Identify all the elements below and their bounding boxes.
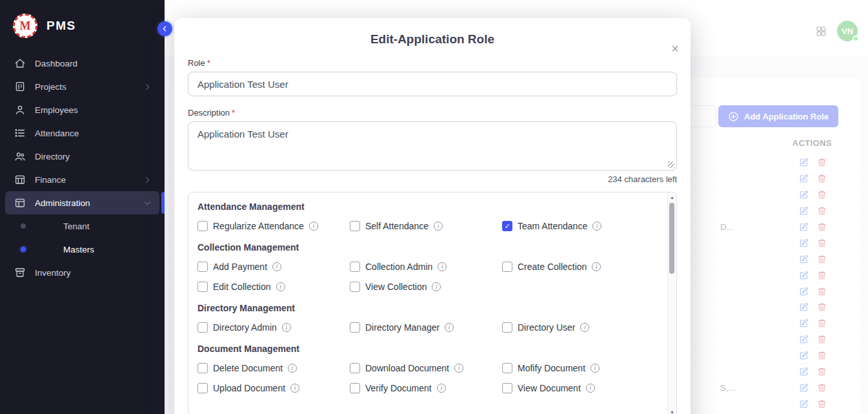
sidebar-item-directory[interactable]: Directory (5, 145, 159, 168)
info-icon: i (290, 384, 299, 393)
app-root: M PMS DashboardProjectsEmployeesAttendan… (0, 0, 868, 414)
info-icon: i (434, 222, 443, 231)
permission-label: Regularize Attendance (213, 221, 304, 231)
permission-grid: Directory AdminiDirectory ManageriDirect… (197, 322, 654, 333)
permission-grid: Delete DocumentiDownload DocumentiMofify… (197, 362, 654, 394)
checkbox-icon[interactable] (197, 262, 208, 272)
sidebar: M PMS DashboardProjectsEmployeesAttendan… (0, 0, 165, 414)
role-label: Role* (188, 58, 677, 68)
info-icon: i (272, 262, 281, 271)
info-icon: i (586, 384, 595, 393)
checkbox-icon[interactable] (502, 322, 512, 333)
checkbox-icon[interactable] (350, 282, 360, 292)
permission-verify-document[interactable]: Verify Documenti (350, 382, 502, 394)
sidebar-item-label: Projects (35, 82, 66, 92)
permission-label: Download Document (365, 363, 449, 373)
chevron-left-icon (161, 25, 169, 33)
scroll-up-icon[interactable]: ▲ (668, 195, 676, 200)
permission-view-collection[interactable]: View Collectioni (350, 281, 502, 293)
permission-label: Create Collection (518, 262, 587, 272)
permission-directory-admin[interactable]: Directory Admini (197, 322, 350, 333)
checkbox-icon[interactable] (197, 363, 208, 373)
sidebar-item-administration[interactable]: Administration (5, 191, 159, 214)
permissions-list: Attendance ManagementRegularize Attendan… (197, 202, 654, 394)
description-label-text: Description (188, 108, 230, 118)
sidebar-item-label: Employees (35, 105, 78, 115)
sidebar-item-attendance[interactable]: Attendance (5, 121, 159, 145)
checkbox-icon[interactable] (197, 383, 208, 393)
info-icon: i (590, 364, 600, 373)
checkbox-icon[interactable] (502, 383, 512, 393)
sidebar-item-tenant[interactable]: Tenant (5, 214, 159, 238)
chevron-right-icon (143, 176, 152, 184)
sidebar-item-masters[interactable]: Masters (5, 238, 159, 261)
section-title-document-management: Document Management (197, 344, 654, 354)
description-label: Description* (188, 108, 677, 118)
section-title-directory-management: Directory Management (197, 303, 654, 313)
permission-label: Directory Admin (213, 322, 277, 333)
permission-label: Add Payment (213, 262, 267, 272)
permission-add-payment[interactable]: Add Paymenti (197, 261, 350, 273)
permission-view-document[interactable]: View Documenti (502, 382, 654, 394)
permission-mofify-document[interactable]: Mofify Documenti (502, 362, 654, 374)
permission-label: Delete Document (213, 363, 283, 373)
bullet-icon (21, 223, 26, 229)
sidebar-item-inventory[interactable]: Inventory (5, 261, 159, 284)
role-input[interactable] (188, 72, 677, 96)
sidebar-item-finance[interactable]: Finance (5, 168, 159, 191)
resize-grip-icon[interactable] (668, 161, 674, 168)
info-icon: i (437, 384, 446, 393)
permission-download-document[interactable]: Download Documenti (350, 362, 502, 374)
permission-delete-document[interactable]: Delete Documenti (197, 362, 350, 374)
scroll-down-icon[interactable]: ▼ (668, 410, 676, 414)
permission-regularize-attendance[interactable]: Regularize Attendancei (197, 220, 350, 232)
permission-edit-collection[interactable]: Edit Collectioni (197, 281, 350, 293)
checkbox-icon[interactable] (350, 262, 360, 272)
permissions-box: Attendance ManagementRegularize Attendan… (188, 192, 677, 414)
scrollbar[interactable]: ▲ ▼ (667, 193, 676, 414)
checkbox-icon[interactable] (502, 363, 512, 373)
checkbox-icon[interactable] (197, 282, 208, 292)
info-icon: i (580, 323, 589, 332)
brand-name: PMS (46, 19, 76, 33)
sidebar-item-label: Dashboard (35, 59, 77, 68)
info-icon: i (438, 262, 447, 271)
permission-directory-user[interactable]: Directory Useri (502, 322, 654, 333)
sidebar-item-label: Administration (35, 198, 90, 208)
permission-team-attendance[interactable]: ✓Team Attendancei (502, 220, 654, 232)
permission-self-attendance[interactable]: Self Attendancei (350, 220, 502, 232)
sidebar-item-label: Masters (63, 245, 94, 254)
sidebar-item-dashboard[interactable]: Dashboard (5, 52, 159, 75)
checkbox-icon[interactable] (197, 221, 208, 231)
role-label-text: Role (188, 58, 205, 68)
permission-label: View Collection (365, 282, 427, 292)
sidebar-collapse-button[interactable] (157, 21, 172, 36)
description-textarea[interactable]: Application Test User (188, 121, 677, 171)
info-icon: i (309, 222, 318, 231)
checkbox-icon[interactable]: ✓ (502, 221, 512, 231)
info-icon: i (432, 282, 441, 291)
chevron-right-icon (143, 83, 152, 91)
info-icon: i (592, 222, 601, 231)
permission-create-collection[interactable]: Create Collectioni (502, 261, 654, 273)
permission-upload-document[interactable]: Upload Documenti (197, 382, 350, 394)
checkbox-icon[interactable] (350, 363, 360, 373)
sidebar-item-projects[interactable]: Projects (5, 75, 159, 98)
checkbox-icon[interactable] (350, 383, 360, 393)
close-icon[interactable]: × (671, 42, 679, 55)
sidebar-item-employees[interactable]: Employees (5, 98, 159, 121)
pms-logo-icon: M (13, 14, 37, 38)
info-icon: i (276, 282, 285, 291)
list-icon (14, 127, 26, 139)
permission-directory-manager[interactable]: Directory Manageri (350, 322, 502, 333)
home-icon (14, 57, 26, 69)
info-icon: i (445, 323, 454, 332)
scrollbar-thumb[interactable] (669, 203, 674, 274)
permission-label: Edit Collection (213, 282, 271, 292)
checkbox-icon[interactable] (350, 221, 360, 231)
checkbox-icon[interactable] (350, 322, 360, 333)
checkbox-icon[interactable] (502, 262, 512, 272)
sidebar-item-label: Directory (35, 152, 70, 161)
permission-collection-admin[interactable]: Collection Admini (350, 261, 502, 273)
checkbox-icon[interactable] (197, 322, 208, 333)
